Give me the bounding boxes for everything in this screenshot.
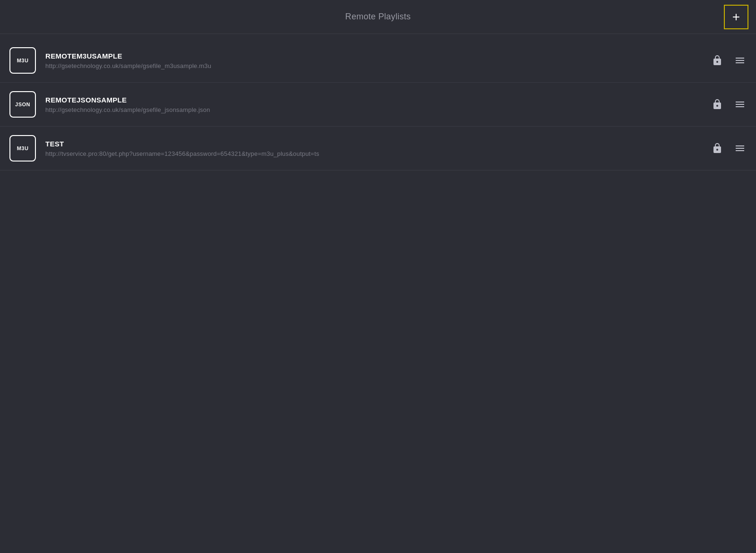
playlist-badge: M3U [9,47,36,74]
app-container: Remote Playlists + M3U REMOTEM3USAMPLE h… [0,0,756,175]
playlist-info: TEST http://tvservice.pro:80/get.php?use… [45,140,711,157]
playlist-badge: M3U [9,135,36,162]
playlist-info: REMOTEM3USAMPLE http://gsetechnology.co.… [45,52,711,69]
playlist-info: REMOTEJSONSAMPLE http://gsetechnology.co… [45,96,711,113]
playlist-url: http://tvservice.pro:80/get.php?username… [45,150,711,157]
menu-icon[interactable] [733,54,747,67]
menu-icon[interactable] [733,142,747,155]
playlist-name: TEST [45,140,711,148]
playlist-list: M3U REMOTEM3USAMPLE http://gsetechnology… [0,34,756,175]
add-playlist-button[interactable]: + [724,5,748,29]
playlist-actions [711,54,747,67]
lock-icon[interactable] [711,142,724,155]
lock-icon[interactable] [711,98,724,111]
playlist-name: REMOTEJSONSAMPLE [45,96,711,104]
playlist-item: M3U REMOTEM3USAMPLE http://gsetechnology… [0,39,756,83]
playlist-url: http://gsetechnology.co.uk/sample/gsefil… [45,106,711,113]
playlist-item: JSON REMOTEJSONSAMPLE http://gsetechnolo… [0,83,756,127]
playlist-badge: JSON [9,91,36,118]
playlist-actions [711,98,747,111]
menu-icon[interactable] [733,98,747,111]
lock-icon[interactable] [711,54,724,67]
playlist-name: REMOTEM3USAMPLE [45,52,711,60]
page-title: Remote Playlists [345,12,411,22]
playlist-actions [711,142,747,155]
playlist-url: http://gsetechnology.co.uk/sample/gsefil… [45,62,711,69]
playlist-item: M3U TEST http://tvservice.pro:80/get.php… [0,127,756,170]
header: Remote Playlists + [0,0,756,34]
